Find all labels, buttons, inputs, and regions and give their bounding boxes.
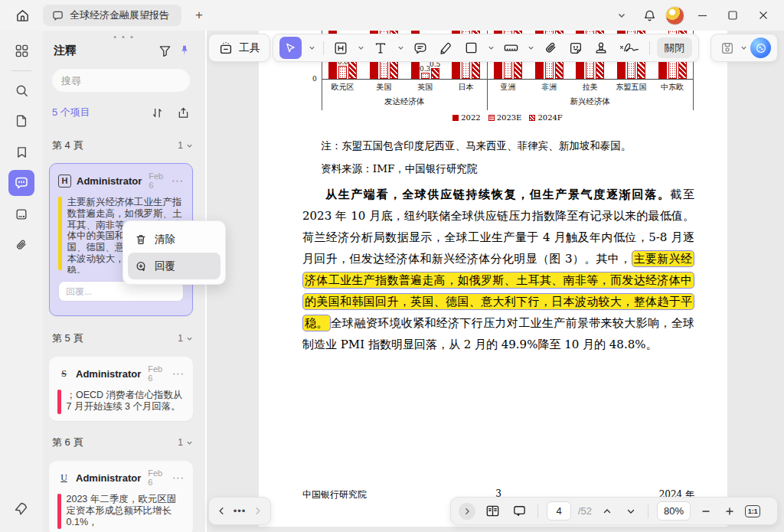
measure-tool-chevron[interactable] [526, 38, 535, 58]
text-tool-button[interactable] [371, 38, 390, 58]
actual-size-button[interactable]: 1:1 [745, 505, 760, 517]
bookmark-icon [15, 145, 28, 158]
highlight-h-icon [333, 41, 348, 56]
export-button[interactable] [173, 103, 193, 122]
window-close-button[interactable] [750, 4, 776, 27]
trash-icon [135, 233, 147, 246]
page-number-input[interactable] [547, 505, 570, 517]
search-icon [15, 83, 29, 98]
next-page-button[interactable] [622, 501, 639, 521]
pen-tool-button[interactable] [436, 38, 456, 58]
select-tool-button[interactable] [279, 37, 302, 59]
select-tool-chevron[interactable] [307, 38, 316, 58]
pin-panel-button[interactable] [175, 41, 194, 60]
save-button[interactable] [717, 38, 737, 58]
rail-divider [11, 70, 31, 71]
section-count: 1 [178, 140, 183, 151]
sidebar-item-summary[interactable] [9, 202, 34, 227]
section-header-page6[interactable]: 第 6 頁 1 [52, 435, 193, 450]
annotation-card-strikeout[interactable]: S Administrator Feb 6 ··· ；OECD 消费者信心指数从… [49, 357, 193, 421]
marker-pen-icon [438, 41, 453, 56]
reply-input[interactable] [66, 286, 176, 297]
stamp-tool-button[interactable] [591, 38, 611, 58]
section-header-page4[interactable]: 第 4 頁 1 [52, 138, 193, 153]
notifications-button[interactable] [638, 4, 661, 27]
sidebar-item-pages[interactable] [9, 109, 34, 133]
paragraph-text: 全球融资环境收紧和经济下行压力对工业生产前景带来较大影响，全球制造业 PMI 指… [302, 316, 694, 351]
sidebar-item-annotations[interactable] [8, 170, 34, 196]
panel-drag-handle[interactable]: • • • [113, 32, 135, 41]
user-avatar[interactable] [665, 6, 684, 25]
search-input[interactable] [61, 75, 181, 86]
text-tool-chevron[interactable] [396, 38, 405, 58]
shape-tool-chevron[interactable] [486, 38, 495, 58]
tools-button[interactable]: 工具 [208, 34, 270, 62]
chevron-down-icon [186, 142, 193, 149]
sidebar-item-attachments[interactable] [9, 233, 34, 257]
sort-button[interactable] [147, 103, 167, 122]
prev-chevron-button[interactable] [217, 507, 226, 515]
close-toolbar-button[interactable]: 關閉 [657, 38, 692, 58]
body-paragraph: 从生产端看，全球供应链持续恢复，但生产景气度逐渐回落。截至 2023 年 10 … [302, 184, 694, 355]
left-icon-rail [0, 31, 43, 532]
titlebar-chevron-down-button[interactable] [610, 4, 633, 27]
legend-item: 2024F [529, 113, 562, 122]
section-header-page5[interactable]: 第 5 頁 1 [52, 331, 193, 346]
annotation-search[interactable] [52, 69, 190, 92]
sidebar-item-page-flip[interactable] [9, 497, 34, 521]
legend-item: 2023E [488, 113, 522, 122]
sidebar-item-thumbnails[interactable] [9, 38, 34, 63]
highlight-tool-button[interactable] [331, 38, 351, 58]
chart-legend: 20222023E2024F [322, 113, 694, 122]
comment-tab-icon [52, 10, 64, 21]
card-quote-text: ；OECD 消费者信心指数从 7 月开始连续 3 个月回落。 [67, 390, 185, 414]
measure-tool-button[interactable] [501, 38, 521, 58]
grid-icon [15, 44, 29, 58]
menu-item-clear[interactable]: 清除 [128, 226, 220, 253]
menu-item-reply[interactable]: 回覆 [128, 253, 220, 279]
highlight-tool-chevron[interactable] [356, 38, 365, 58]
home-button[interactable] [11, 4, 34, 27]
card-more-button[interactable]: ··· [172, 178, 184, 183]
section-label: 第 4 頁 [52, 139, 83, 152]
comment-tool-button[interactable] [410, 38, 430, 58]
comment-mode-button[interactable] [509, 501, 529, 521]
document-tab-label: 全球经济金融展望报告 [70, 8, 169, 22]
card-more-button[interactable]: ··· [172, 475, 185, 480]
expand-controls-button[interactable] [459, 503, 475, 520]
cursor-icon [285, 42, 296, 54]
sidebar-item-search[interactable] [9, 78, 34, 103]
new-tab-button[interactable]: + [189, 5, 209, 25]
window-minimize-button[interactable] [689, 4, 715, 27]
page-layout-button[interactable] [482, 501, 502, 521]
window-maximize-button[interactable] [720, 4, 746, 27]
zoom-in-button[interactable] [721, 501, 738, 521]
underline-type-icon: U [57, 472, 70, 485]
card-more-button[interactable]: ··· [172, 371, 185, 376]
shape-tool-button[interactable] [461, 38, 481, 58]
next-chevron-button[interactable] [253, 507, 262, 515]
reply-plus-icon [135, 260, 147, 273]
highlight-type-icon: H [58, 175, 71, 188]
filter-button[interactable] [155, 41, 175, 60]
save-options-chevron[interactable] [740, 38, 749, 58]
page-flip-icon [15, 502, 29, 517]
page-number-box[interactable] [547, 501, 571, 521]
sticker-tool-button[interactable] [566, 38, 586, 58]
zoom-level-input[interactable] [658, 505, 690, 517]
zoom-out-button[interactable] [697, 501, 714, 521]
chart-category-label: 日本 [446, 82, 487, 93]
signature-tool-button[interactable] [616, 38, 642, 58]
ai-assistant-button[interactable] [750, 38, 771, 58]
bottombar-separator [648, 504, 648, 518]
sidebar-item-bookmarks[interactable] [9, 139, 34, 164]
document-tab[interactable]: 全球经济金融展望报告 [43, 5, 181, 26]
annotation-card-underline[interactable]: U Administrator Feb 6 ··· 2023 年二季度，欧元区固… [49, 461, 193, 532]
zoom-level-box[interactable] [657, 501, 691, 521]
attachment-tool-button[interactable] [541, 38, 560, 58]
chart-category-label: 非洲 [528, 82, 570, 93]
annotation-toolbar: 關閉 [273, 34, 699, 62]
menu-item-label: 回覆 [155, 259, 175, 273]
nav-more-button[interactable]: ••• [234, 505, 247, 517]
previous-page-button[interactable] [599, 501, 616, 521]
